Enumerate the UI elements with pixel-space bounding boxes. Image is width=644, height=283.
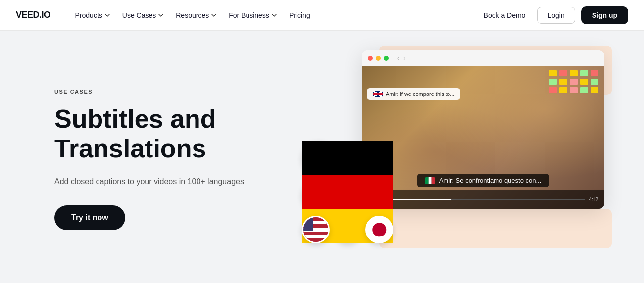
signup-button[interactable]: Sign up — [581, 6, 628, 24]
subtitle-it: Amir: Se confrontiamo questo con... — [417, 174, 549, 187]
subtitle-en: Amir: If we compare this to... — [367, 88, 460, 100]
browser-back-icon: ‹ — [397, 54, 399, 62]
video-controls: ▶ 4:12 — [362, 190, 604, 209]
book-demo-button[interactable]: Book a Demo — [478, 7, 532, 23]
navigation: VEED.IO Products Use Cases Resources For… — [0, 0, 644, 31]
progress-bar[interactable] — [380, 199, 585, 200]
nav-item-pricing[interactable]: Pricing — [284, 8, 315, 22]
browser-dot-red — [368, 56, 373, 61]
browser-dot-green — [384, 56, 389, 61]
nav-links: Products Use Cases Resources For Busines… — [70, 8, 464, 22]
video-content: Amir: If we compare this to... Amir: Se … — [362, 66, 604, 209]
nav-item-for-business[interactable]: For Business — [224, 8, 282, 22]
hero-title: Subtitles and Translations — [54, 104, 262, 164]
chevron-down-icon — [104, 12, 110, 18]
try-it-now-button[interactable]: Try it now — [54, 205, 125, 230]
flag-uk-icon — [373, 91, 383, 97]
main-content: USE CASES Subtitles and Translations Add… — [0, 31, 644, 283]
hero-left: USE CASES Subtitles and Translations Add… — [54, 84, 262, 230]
flag-usa — [302, 216, 330, 243]
browser-forward-icon: › — [403, 54, 405, 62]
nav-item-products[interactable]: Products — [70, 8, 115, 22]
flag-germany — [302, 178, 336, 212]
hero-illustration: ‹ › — [292, 50, 604, 263]
logo[interactable]: VEED.IO — [16, 10, 50, 20]
peach-card-bottom — [379, 209, 612, 248]
hero-subtitle: Add closed captions to your videos in 10… — [54, 176, 262, 188]
browser-mockup: ‹ › — [362, 50, 604, 209]
nav-right: Book a Demo Login Sign up — [478, 6, 628, 24]
browser-dot-yellow — [376, 56, 381, 61]
time-display: 4:12 — [589, 197, 598, 202]
flag-circles — [302, 141, 393, 243]
sticky-notes — [549, 70, 599, 94]
nav-item-use-cases[interactable]: Use Cases — [117, 8, 169, 22]
eyebrow-label: USE CASES — [54, 89, 262, 94]
nav-item-resources[interactable]: Resources — [171, 8, 222, 22]
chevron-down-icon — [158, 12, 164, 18]
video-frame: Amir: If we compare this to... Amir: Se … — [362, 66, 604, 209]
browser-nav-icons: ‹ › — [397, 54, 406, 62]
flag-italy-icon — [425, 177, 435, 184]
browser-bar: ‹ › — [362, 50, 604, 66]
chevron-down-icon — [211, 12, 217, 18]
chevron-down-icon — [271, 12, 277, 18]
flag-japan — [365, 216, 393, 243]
login-button[interactable]: Login — [537, 7, 575, 24]
